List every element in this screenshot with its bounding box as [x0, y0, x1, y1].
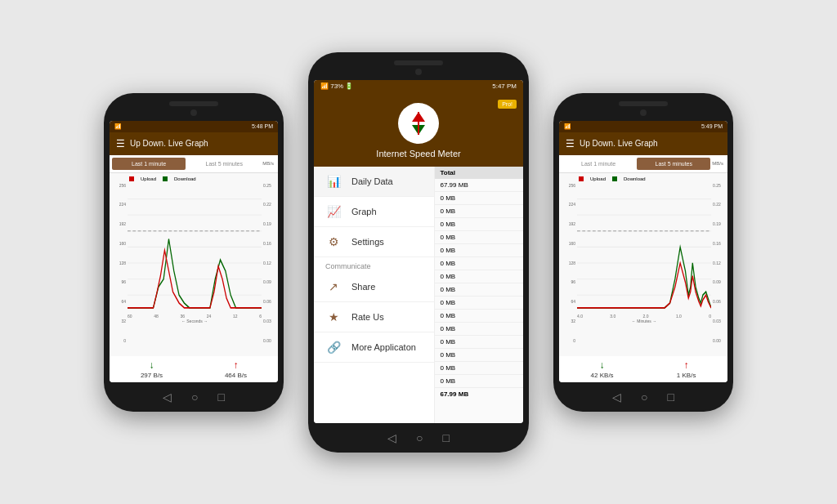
- center-nav-home[interactable]: ○: [416, 431, 423, 444]
- right-app-title: Up Down. Live Graph: [580, 139, 658, 148]
- center-row-6: 0 MB: [435, 257, 523, 270]
- center-row-5: 0 MB: [435, 244, 523, 257]
- left-phone-screen: 📶 5:48 PM ☰ Up Down. Live Graph Last 1 m…: [110, 121, 278, 382]
- center-more-label: More Applicaton: [351, 342, 416, 352]
- right-speed-footer: ↓ 42 KB/s ↑ 1 KB/s: [559, 356, 727, 382]
- left-tab-5min[interactable]: Last 5 minutes: [187, 158, 261, 170]
- center-menu-share[interactable]: ↗ Share: [314, 272, 434, 302]
- right-nav-recent[interactable]: □: [668, 390, 674, 404]
- right-status-bar: 📶 5:49 PM: [559, 121, 727, 132]
- left-legend: Upload Download: [113, 176, 275, 181]
- center-nav-recent[interactable]: □: [443, 431, 450, 444]
- center-row-10: 0 MB: [435, 310, 523, 323]
- center-nav-panel: 📊 Daily Data 📈 Graph ⚙ Settings Communic…: [314, 167, 435, 423]
- left-phone-bottom: ◁ ○ □: [104, 382, 284, 412]
- center-pro-badge: Pro!: [498, 100, 517, 109]
- right-upload-label: Upload: [590, 176, 606, 181]
- left-download-label: Download: [174, 176, 196, 181]
- right-upload-dot: [579, 176, 584, 181]
- center-phone-screen: 📶 73% 🔋 5:47 PM Internet Speed Meter Pro…: [314, 80, 523, 423]
- center-app-logo: [398, 103, 439, 144]
- right-nav-home[interactable]: ○: [641, 390, 647, 404]
- left-tab-bar: Last 1 minute Last 5 minutes MB/s: [110, 155, 278, 173]
- left-down-value: 297 B/s: [141, 372, 163, 379]
- center-share-label: Share: [351, 282, 375, 292]
- left-status-bar: 📶 5:48 PM: [110, 121, 278, 132]
- left-status-time: 5:48 PM: [252, 123, 273, 129]
- right-nav-back[interactable]: ◁: [612, 390, 621, 404]
- left-graph-area: Upload Download 2562241921601289664320: [110, 173, 278, 356]
- center-content: 📊 Daily Data 📈 Graph ⚙ Settings Communic…: [314, 167, 523, 423]
- left-y-axis: 2562241921601289664320: [113, 183, 128, 343]
- center-row-1: 0 MB: [435, 192, 523, 205]
- left-tab-1min[interactable]: Last 1 minute: [112, 158, 186, 170]
- center-menu-more[interactable]: 🔗 More Applicaton: [314, 332, 434, 363]
- left-nav-recent[interactable]: □: [218, 390, 225, 404]
- right-x-label: ← Minutes →: [577, 319, 711, 323]
- center-menu-graph[interactable]: 📈 Graph: [314, 197, 434, 227]
- center-row-7: 0 MB: [435, 270, 523, 283]
- right-phone-camera: [640, 109, 647, 116]
- left-status-left: 📶: [114, 123, 122, 130]
- center-settings-label: Settings: [351, 237, 384, 247]
- right-speed-up: ↑ 1 KB/s: [677, 359, 696, 379]
- right-legend: Upload Download: [562, 176, 724, 181]
- right-down-arrow: ↓: [600, 359, 605, 371]
- right-phone-speaker: [619, 101, 668, 106]
- center-total-header: Total: [435, 167, 523, 179]
- center-graph-icon: 📈: [325, 205, 342, 218]
- center-app-title: Internet Speed Meter: [376, 149, 460, 158]
- left-graph-canvas: 60483624126 ← Seconds →: [128, 183, 262, 343]
- center-status-left: 📶 73% 🔋: [320, 83, 353, 90]
- left-down-arrow: ↓: [149, 359, 154, 371]
- center-status-bar: 📶 73% 🔋 5:47 PM: [314, 80, 523, 93]
- center-row-4: 0 MB: [435, 231, 523, 244]
- right-y-axis: 2562241921601289664320: [562, 183, 577, 343]
- center-daily-label: Daily Data: [351, 176, 393, 186]
- center-data-panel: Total 67.99 MB 0 MB 0 MB 0 MB 0 MB 0 MB …: [435, 167, 523, 423]
- center-row-11: 0 MB: [435, 323, 523, 336]
- center-rate-icon: ★: [325, 310, 342, 323]
- center-menu-header: Internet Speed Meter Pro!: [314, 93, 523, 167]
- left-unit: MB/s: [262, 161, 275, 166]
- center-row-13: 0 MB: [435, 349, 523, 362]
- center-share-icon: ↗: [325, 280, 342, 293]
- left-graph-wrapper: 2562241921601289664320: [113, 183, 275, 343]
- center-row-2: 0 MB: [435, 205, 523, 218]
- left-nav-back[interactable]: ◁: [163, 390, 172, 404]
- center-settings-icon: ⚙: [325, 235, 342, 248]
- center-row-3: 0 MB: [435, 218, 523, 231]
- right-graph-wrapper: 2562241921601289664320: [562, 183, 724, 343]
- left-up-value: 464 B/s: [225, 372, 247, 379]
- left-toolbar: ☰ Up Down. Live Graph: [110, 132, 278, 155]
- left-phone-speaker: [169, 101, 218, 106]
- center-phone: 📶 73% 🔋 5:47 PM Internet Speed Meter Pro…: [308, 52, 529, 453]
- center-row-8: 0 MB: [435, 283, 523, 297]
- left-app-title: Up Down. Live Graph: [130, 139, 208, 148]
- left-menu-icon[interactable]: ☰: [116, 138, 125, 149]
- center-menu-settings[interactable]: ⚙ Settings: [314, 227, 434, 257]
- center-graph-label: Graph: [351, 207, 377, 216]
- right-tab-5min[interactable]: Last 5 minutes: [637, 158, 710, 170]
- center-total-top: 67.99 MB: [435, 179, 523, 192]
- center-menu-rate[interactable]: ★ Rate Us: [314, 302, 434, 332]
- right-graph-area: Upload Download 2562241921601289664320: [559, 173, 727, 356]
- right-phone-bottom: ◁ ○ □: [553, 382, 733, 412]
- center-row-14: 0 MB: [435, 362, 523, 375]
- center-row-9: 0 MB: [435, 297, 523, 310]
- left-up-arrow: ↑: [233, 359, 238, 371]
- center-communicate-label: Communicate: [314, 257, 434, 272]
- center-row-12: 0 MB: [435, 336, 523, 349]
- center-phone-speaker: [394, 60, 443, 65]
- right-download-label: Download: [624, 176, 646, 181]
- left-speed-up: ↑ 464 B/s: [225, 359, 247, 379]
- right-menu-icon[interactable]: ☰: [566, 138, 575, 149]
- right-up-value: 1 KB/s: [677, 372, 696, 379]
- center-menu-daily[interactable]: 📊 Daily Data: [314, 167, 434, 197]
- right-tab-1min[interactable]: Last 1 minute: [562, 158, 635, 170]
- left-speed-footer: ↓ 297 B/s ↑ 464 B/s: [110, 356, 278, 382]
- center-nav-back[interactable]: ◁: [387, 431, 396, 444]
- left-nav-home[interactable]: ○: [191, 390, 198, 404]
- right-status-time: 5:49 PM: [701, 123, 723, 129]
- right-phone: 📶 5:49 PM ☰ Up Down. Live Graph Last 1 m…: [553, 93, 733, 412]
